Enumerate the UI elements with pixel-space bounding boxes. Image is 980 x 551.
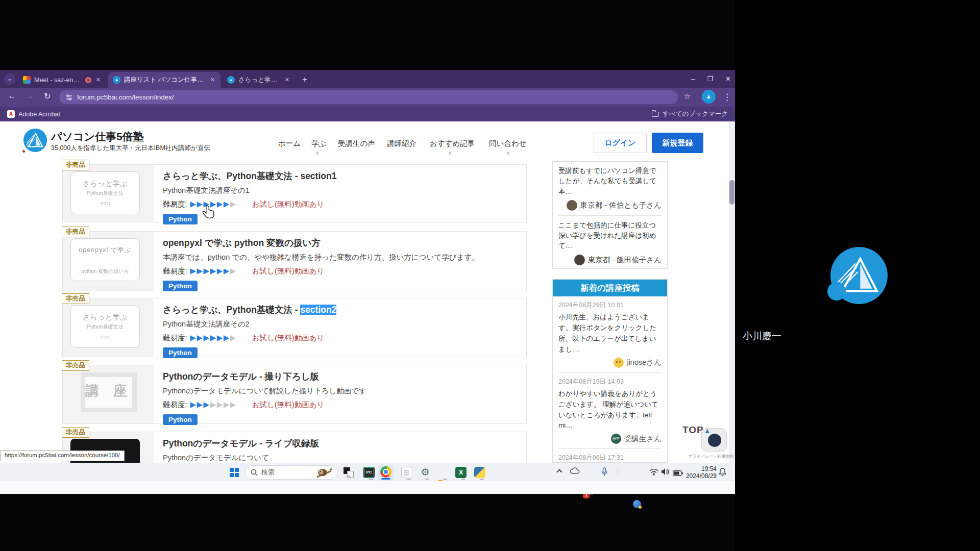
trial-video-label[interactable]: お試し(無料)動画あり [252,267,325,275]
start-button[interactable] [230,468,239,477]
course-difficulty: 難易度:▶▶▶▶▶▶▶ お試し(無料)動画あり [163,400,519,410]
site-logo[interactable] [23,129,47,152]
up-triangle-icon: ▲ [704,427,712,435]
course-title[interactable]: さらっと学ぶ、Python基礎文法 - section2 [163,304,519,316]
course-difficulty: 難易度:▶▶▶▶▶▶▶ お試し(無料)動画あり [163,333,519,343]
new-tab-button[interactable]: + [299,74,311,86]
course-title[interactable]: Pythonのデータモデル - ライブ収録版 [163,437,519,449]
register-button[interactable]: 新規登録 [652,133,703,153]
new-posts-header: 新着の講座投稿 [553,280,667,296]
battery-icon[interactable] [673,469,683,478]
difficulty-filled-arrows: ▶▶▶ [190,400,210,409]
snipping-tool-icon[interactable] [343,467,354,478]
python-tag[interactable]: Python [163,414,198,425]
notepad-icon[interactable] [401,467,412,478]
notification-bell-icon[interactable] [719,468,726,479]
author-name: 受講生さん [624,434,662,444]
settings-gear-icon[interactable]: ⚙ [420,467,431,478]
privacy-caption: プライバシー・利用規約 [688,454,733,459]
post-text[interactable]: わかりやすい講義をありがとうございます。 理解が追いついていないところがあります… [558,389,662,432]
smiley-avatar [614,358,624,368]
site-title[interactable]: パソコン仕事5倍塾 [51,130,144,144]
back-to-top-button[interactable]: TOP▲ [682,424,712,436]
course-title[interactable]: さらっと学ぶ、Python基礎文法 - section1 [163,170,519,182]
bookmark-adobe-acrobat[interactable]: A Adobe Acrobat [7,107,60,121]
speaker-icon[interactable] [661,468,670,478]
bookmarks-folder-icon [652,112,659,117]
participant-name: 小川慶一 [743,330,781,343]
testimonial-text: ここまで包括的に仕事に役立つ深い学びを受けれた講座は初めて… [558,220,662,252]
back-button[interactable]: ← [8,91,16,101]
chrome-taskbar-button[interactable] [378,465,394,481]
profile-avatar[interactable]: ▲ [702,90,716,104]
taskbar-search[interactable]: 検索 [245,465,338,480]
close-window-button[interactable]: ✕ [725,75,731,83]
course-card-section1[interactable]: 非売品 さらっと学ぶ Python基礎文法 その1 さらっと学ぶ、Python基… [62,164,527,222]
address-bar[interactable]: forum.pc5bai.com/lesson/index/ [59,90,678,104]
onedrive-cloud-icon[interactable] [570,467,580,477]
all-bookmarks-button[interactable]: すべてのブックマーク [652,107,728,121]
tab-bar: ⌄ Meet - saz-enwt-iwj ✕ ▲ 講座リスト パソコン仕事５倍… [0,70,735,88]
tab-close-icon[interactable]: ✕ [95,77,102,83]
course-title[interactable]: Pythonのデータモデル - 撮り下ろし版 [163,370,519,383]
python-icon[interactable] [474,467,485,478]
scrollbar-thumb[interactable] [729,180,734,205]
tab-close-icon[interactable]: ✕ [284,77,290,83]
thumb-text: その2 [71,334,139,340]
tab-close-icon[interactable]: ✕ [209,77,216,83]
browser-toolbar: ← → ↻ forum.pc5bai.com/lesson/index/ ☆ ▲… [0,88,735,107]
tab-course-list[interactable]: ▲ 講座リスト パソコン仕事５倍塾ポ– ✕ [108,72,220,88]
course-description: 本講座では、python での、やや複雑な構造を持った変数の作り方、扱い方につい… [163,253,519,262]
reload-button[interactable]: ↻ [44,91,51,101]
trial-video-label[interactable]: お試し(無料)動画あり [252,200,325,208]
browser-window: ⌄ Meet - saz-enwt-iwj ✕ ▲ 講座リスト パソコン仕事５倍… [0,70,735,463]
wifi-icon[interactable] [649,468,658,478]
taskbar-clock[interactable]: 19:54 2024/08/29 [683,465,717,480]
nav-contact[interactable]: 問い合わせ [489,139,527,148]
divider [558,215,662,216]
nav-learn[interactable]: 学ぶ [311,139,326,148]
tray-chevron-up-icon[interactable] [557,468,561,474]
microphone-icon[interactable] [601,467,607,479]
nav-instructors[interactable]: 講師紹介 [387,139,416,148]
thumb-text: さらっと学ぶ [71,313,139,322]
tab-search-icon[interactable]: ⌄ [4,73,15,85]
tab-course-detail[interactable]: ▲ さらっと学ぶ、Python基礎文法 - s ✕ [223,72,295,88]
page-scrollbar[interactable] [729,121,735,463]
course-card-datamodel-live[interactable]: 非売品 Pythonのデータモデル - ライブ収録版 Pythonのデータモデル… [62,432,527,463]
course-title[interactable]: openpyxl で学ぶ python 変数の扱い方 [163,237,519,249]
python-tag[interactable]: Python [163,281,198,291]
difficulty-filled-arrows: ▶▶▶▶▶▶ [190,266,230,275]
nav-articles[interactable]: おすすめ記事 [430,139,475,148]
nav-home[interactable]: ホーム [278,139,301,148]
not-for-sale-badge: 非売品 [62,160,89,170]
tab-meet[interactable]: Meet - saz-enwt-iwj ✕ [18,72,106,88]
browser-menu-icon[interactable]: ⋮ [723,92,731,103]
bookmark-star-icon[interactable]: ☆ [684,92,691,101]
python-tag[interactable]: Python [163,214,198,224]
course-card-datamodel-recorded[interactable]: 非売品 講 座 Pythonのデータモデル - 撮り下ろし版 Pythonのデー… [62,365,527,424]
python-tag[interactable]: Python [163,347,198,358]
course-card-openpyxl[interactable]: 非売品 openpyxl で学ぶ python 変数の扱い方 openpyxl … [62,231,527,291]
course-card-section2[interactable]: 非売品 さらっと学ぶ Python基礎文法 その2 さらっと学ぶ、Python基… [62,298,527,357]
minimize-button[interactable]: – [691,75,695,83]
nav-student-voices[interactable]: 受講生の声 [338,139,375,148]
difficulty-label: 難易度: [163,267,187,275]
running-indicator [425,479,429,480]
testimonial-text: 受講前もすでにパソコン得意でしたが、そんな私でも受講して本… [558,166,662,197]
network-globe-icon[interactable] [633,500,641,508]
post-text[interactable]: 小川先生、おはようございます。実行ボタンをクリックした所、以下のエラーが出てしま… [558,312,662,355]
forward-button[interactable]: → [26,91,34,101]
bookmark-label: Adobe Acrobat [18,111,60,118]
close-share-icon[interactable]: ✕ [615,467,621,477]
trial-video-label[interactable]: お試し(無料)動画あり [252,400,325,409]
trial-video-label[interactable]: お試し(無料)動画あり [252,334,325,342]
site-settings-icon[interactable] [65,94,72,101]
restore-button[interactable]: ❐ [707,75,713,83]
excel-icon[interactable]: X [455,467,467,478]
login-button[interactable]: ログイン [594,133,647,153]
post-date: 2024年08月06日 17:31 [558,454,662,462]
course-difficulty: 難易度:▶▶▶▶▶▶▶ お試し(無料)動画あり [163,266,519,276]
pycharm-icon[interactable]: PC [363,467,375,478]
recording-indicator-icon [85,77,91,83]
